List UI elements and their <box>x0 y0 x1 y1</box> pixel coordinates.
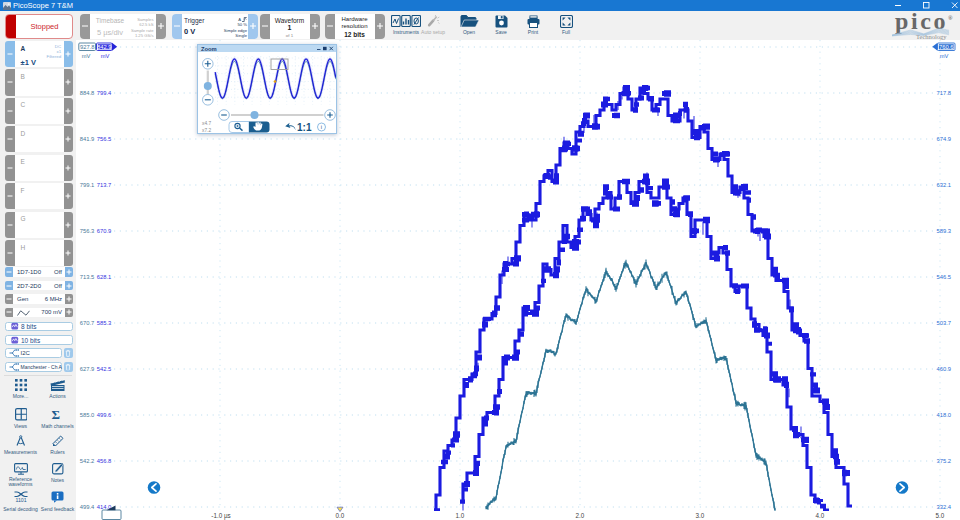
svg-text:456.8: 456.8 <box>97 458 112 464</box>
svg-text:mV: mV <box>82 53 91 59</box>
svg-text:542.2: 542.2 <box>80 458 95 464</box>
svg-text:670.9: 670.9 <box>97 228 112 234</box>
svg-text:927.8: 927.8 <box>80 44 95 50</box>
svg-text:375.2: 375.2 <box>937 458 952 464</box>
svg-text:460.9: 460.9 <box>937 366 952 372</box>
svg-text:5.0: 5.0 <box>936 512 945 519</box>
svg-text:4.0: 4.0 <box>816 512 825 519</box>
svg-text:799.1: 799.1 <box>80 182 95 188</box>
svg-text:x7.2: x7.2 <box>202 128 211 133</box>
svg-text:503.7: 503.7 <box>937 320 952 326</box>
svg-text:756.3: 756.3 <box>80 228 95 234</box>
svg-text:585.3: 585.3 <box>97 320 112 326</box>
svg-text:499.6: 499.6 <box>97 412 112 418</box>
svg-text:674.9: 674.9 <box>937 136 952 142</box>
svg-text:713.5: 713.5 <box>80 274 95 280</box>
svg-text:-1.0 µs: -1.0 µs <box>211 512 230 520</box>
svg-text:756.5: 756.5 <box>97 136 112 142</box>
svg-text:632.1: 632.1 <box>937 182 952 188</box>
svg-text:546.5: 546.5 <box>937 274 952 280</box>
svg-text:717.8: 717.8 <box>937 90 952 96</box>
svg-text:mV: mV <box>101 53 110 59</box>
svg-text:585.0: 585.0 <box>80 412 95 418</box>
svg-text:713.7: 713.7 <box>97 182 112 188</box>
svg-text:332.4: 332.4 <box>937 504 952 510</box>
svg-text:589.3: 589.3 <box>937 228 952 234</box>
svg-text:670.7: 670.7 <box>80 320 95 326</box>
svg-text:884.8: 884.8 <box>80 90 95 96</box>
svg-text:3.0: 3.0 <box>696 512 705 519</box>
svg-text:mV: mV <box>940 53 949 59</box>
svg-text:1:1: 1:1 <box>297 122 312 133</box>
svg-text:628.1: 628.1 <box>97 274 112 280</box>
svg-text:2.0: 2.0 <box>576 512 585 519</box>
svg-text:499.4: 499.4 <box>80 504 95 510</box>
svg-text:760.6: 760.6 <box>939 44 954 50</box>
svg-text:1.0: 1.0 <box>456 512 465 519</box>
svg-text:1101: 1101 <box>15 497 26 503</box>
svg-text:0.0: 0.0 <box>336 512 345 519</box>
svg-text:799.4: 799.4 <box>97 90 112 96</box>
svg-text:542.5: 542.5 <box>97 366 112 372</box>
svg-text:i: i <box>321 124 322 130</box>
svg-text:841.9: 841.9 <box>80 136 95 142</box>
svg-text:627.9: 627.9 <box>80 366 95 372</box>
svg-text:x4.7: x4.7 <box>202 121 211 126</box>
svg-text:842.9: 842.9 <box>97 44 112 50</box>
svg-text:418.0: 418.0 <box>937 412 952 418</box>
